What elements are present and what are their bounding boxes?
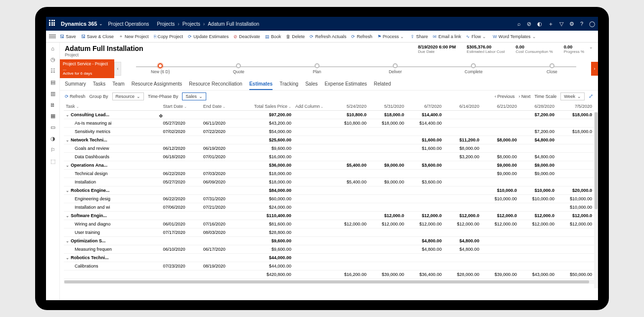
col-date[interactable]: 6/21/2020 xyxy=(481,102,519,111)
table-row[interactable]: Goals and review06/12/202006/19/2020$9,6… xyxy=(64,144,594,152)
recent-icon[interactable]: ◷ xyxy=(50,56,55,63)
table-row[interactable]: Measuring frequen06/10/202006/17/2020$9,… xyxy=(64,245,594,253)
col-start[interactable]: Start Date⌄ xyxy=(161,102,201,111)
tab-tracking[interactable]: Tracking xyxy=(279,81,298,90)
horizontal-scrollbar[interactable] xyxy=(64,280,594,284)
table-row[interactable]: As-Is measuring ai05/27/202006/11/2020$4… xyxy=(64,119,594,127)
delete-button[interactable]: 🗑Delete xyxy=(286,34,305,39)
tab-team[interactable]: Team xyxy=(112,81,124,90)
group-row[interactable]: ⌄Operations Ana...$36,000.00$5,400.00$9,… xyxy=(64,161,594,169)
process-banner[interactable]: Project Service - Project ... Active for… xyxy=(60,59,114,78)
book-button[interactable]: ▤Book xyxy=(265,34,281,39)
search-icon[interactable]: ⌕ xyxy=(517,21,521,27)
filter-icon[interactable]: ▽ xyxy=(559,21,563,27)
settings-icon[interactable]: ⚙ xyxy=(569,21,574,27)
col-date[interactable]: 5/31/2020 xyxy=(368,102,406,111)
table-row[interactable]: Data Dashboards06/18/202007/01/2020$16,0… xyxy=(64,152,594,161)
list-icon[interactable]: ▥ xyxy=(50,91,55,97)
expand-header-icon[interactable]: ⌄ xyxy=(589,45,593,49)
tab-expense-estimates[interactable]: Expense Estimates xyxy=(324,81,367,90)
doc-icon[interactable]: 🗎 xyxy=(50,102,55,108)
stage-close[interactable]: Close xyxy=(513,63,591,74)
expand-grid-icon[interactable]: ⤢ xyxy=(589,93,593,99)
collapse-icon[interactable]: ⌄ xyxy=(66,113,71,117)
calendar-icon[interactable]: ▭ xyxy=(50,124,55,131)
time-phase-select[interactable]: Sales⌄ xyxy=(182,92,206,100)
grid-refresh-button[interactable]: ⟳Refresh xyxy=(65,94,86,99)
breadcrumb-2[interactable]: Projects xyxy=(183,21,200,27)
table-row[interactable]: Installation and wi07/06/202007/21/2020$… xyxy=(64,203,594,211)
save-button[interactable]: 🖫Save xyxy=(60,34,76,39)
vertical-scrollbar[interactable] xyxy=(594,112,598,288)
collapse-icon[interactable]: ⌄ xyxy=(66,214,71,218)
table-row[interactable]: Sensitivity metrics07/02/202007/22/2020$… xyxy=(64,127,594,136)
tab-resource-assignments[interactable]: Resource Assignments xyxy=(132,81,182,90)
breadcrumb-3[interactable]: Adatum Full Installation xyxy=(208,21,259,27)
col-date[interactable]: 6/14/2020 xyxy=(444,102,481,111)
tab-sales[interactable]: Sales xyxy=(305,81,318,90)
collapse-icon[interactable]: ⌄ xyxy=(66,188,71,193)
copy-project-button[interactable]: ⎘Copy Project xyxy=(154,34,184,39)
table-row[interactable]: Calibrations07/23/202008/19/2020$44,000.… xyxy=(64,262,594,270)
email-link-button[interactable]: ✉Email a link xyxy=(433,34,461,39)
add-icon[interactable]: ＋ xyxy=(548,20,553,28)
next-button[interactable]: › Next xyxy=(518,94,530,99)
group-row[interactable]: ⌄Network Techni...$25,600.00$1,600.00$11… xyxy=(64,136,594,144)
stage-deliver[interactable]: Deliver xyxy=(356,63,434,74)
tab-estimates[interactable]: Estimates xyxy=(249,81,273,90)
chat-icon[interactable]: ◑ xyxy=(50,136,55,142)
grid-icon[interactable]: ▦ xyxy=(50,113,55,119)
tab-related[interactable]: Related xyxy=(374,81,391,90)
table-row[interactable]: Engineering desig06/22/202007/31/2020$60… xyxy=(64,194,594,203)
col-date[interactable]: 6/28/2020 xyxy=(519,102,556,111)
col-date[interactable]: 6/7/2020 xyxy=(406,102,444,111)
table-row[interactable]: Installation05/27/202006/09/2020$18,000.… xyxy=(64,178,594,186)
app-name[interactable]: Project Operations xyxy=(108,21,149,27)
stage-next-button[interactable]: › xyxy=(591,62,598,76)
entity-icon[interactable]: ▤ xyxy=(50,79,55,86)
col-total[interactable]: Total Sales Price⌄ xyxy=(241,102,293,111)
flow-button[interactable]: ∿Flow⌄ xyxy=(466,34,488,39)
collapse-icon[interactable]: ⌄ xyxy=(66,163,71,168)
group-by-select[interactable]: Resource⌄ xyxy=(112,92,144,100)
group-row[interactable]: ⌄Software Engin...$110,400.00$12,000.0$1… xyxy=(64,211,594,220)
user-avatar-icon[interactable]: ◯ xyxy=(589,21,595,27)
save-close-button[interactable]: 🖫Save & Close xyxy=(81,34,114,39)
group-row[interactable]: ⌄Robotics Engine...$84,000.00$10,000.0$1… xyxy=(64,186,594,194)
table-row[interactable]: Technical design06/22/202007/03/2020$18,… xyxy=(64,169,594,178)
refresh-button[interactable]: ⟳Refresh xyxy=(351,34,372,39)
collapse-icon[interactable]: ⌄ xyxy=(66,239,71,243)
pinned-icon[interactable]: ☷ xyxy=(50,68,55,74)
col-add[interactable]: Add Column⌄ xyxy=(293,102,331,111)
process-button[interactable]: ⚑Process⌄ xyxy=(377,34,406,39)
report-icon[interactable]: ⚐ xyxy=(50,147,55,153)
home-icon[interactable]: ⌂ xyxy=(51,45,54,51)
col-task[interactable]: Task⌄ xyxy=(64,102,161,111)
col-date[interactable]: 5/24/2020 xyxy=(331,102,368,111)
time-scale-select[interactable]: Week⌄ xyxy=(560,92,585,100)
breadcrumb-1[interactable]: Projects xyxy=(157,21,175,27)
site-map-toggle[interactable] xyxy=(49,35,56,38)
update-estimates-button[interactable]: ⟳Update Estimates xyxy=(188,34,229,39)
share-button[interactable]: ⇪Share xyxy=(411,34,428,39)
stage-quote[interactable]: Quote xyxy=(199,63,277,74)
new-project-button[interactable]: ＋New Project xyxy=(119,33,149,40)
collapse-icon[interactable]: ⌄ xyxy=(66,138,71,142)
refresh-actuals-button[interactable]: ⟳Refresh Actuals xyxy=(310,34,346,39)
col-end[interactable]: End Date⌄ xyxy=(201,102,241,111)
help-icon[interactable]: ? xyxy=(580,21,583,27)
brand-name[interactable]: Dynamics 365 xyxy=(61,21,97,27)
deactivate-button[interactable]: ⊘Deactivate xyxy=(233,34,260,39)
table-row[interactable]: Wiring and diagno06/01/202007/16/2020$81… xyxy=(64,220,594,228)
previous-button[interactable]: ‹ Previous xyxy=(495,94,515,99)
lightbulb-icon[interactable]: ◐ xyxy=(537,21,542,27)
collapse-icon[interactable]: ⌄ xyxy=(66,256,71,260)
stage-complete[interactable]: Complete xyxy=(434,63,512,74)
group-row[interactable]: ⌄Robotics Techni...$44,000.00 xyxy=(64,253,594,262)
stage-plan[interactable]: Plan xyxy=(278,63,356,74)
stage-prev-button[interactable]: ‹ xyxy=(114,62,121,76)
stage-new-d-[interactable]: New (6 D) xyxy=(121,63,199,74)
tab-tasks[interactable]: Tasks xyxy=(93,81,106,90)
chart-icon[interactable]: ⬚ xyxy=(50,158,55,165)
group-row[interactable]: ⌄Optimization S...$9,600.00$4,800.00$4,8… xyxy=(64,236,594,245)
